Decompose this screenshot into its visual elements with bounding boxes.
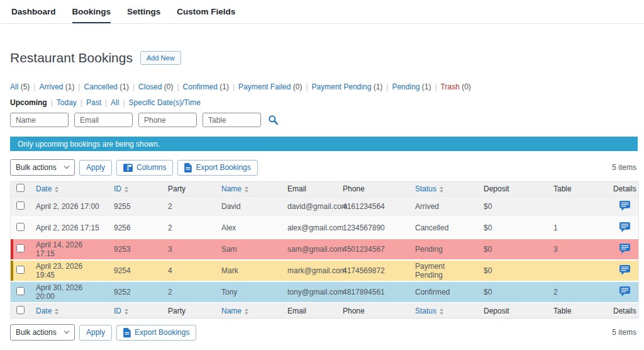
nav-tab-dashboard[interactable]: Dashboard (11, 7, 56, 23)
cell-details (607, 261, 638, 282)
select-all-checkbox[interactable] (16, 306, 25, 314)
booking-row: April 2, 2026 17:0092552Daviddavid@gmail… (11, 196, 638, 218)
table-footer: DateIDPartyNameEmailPhoneStatusDepositTa… (11, 303, 638, 319)
nav-tab-settings[interactable]: Settings (127, 7, 160, 23)
sort-desc-icon (245, 190, 248, 193)
status-filter-count: (0) (291, 82, 302, 91)
column-header-label: Party (168, 184, 186, 193)
status-filter-count: (0) (162, 82, 173, 91)
details-comment-icon[interactable] (619, 265, 630, 275)
status-filter-count: (1) (218, 82, 229, 91)
phone-filter-input[interactable] (138, 113, 197, 127)
name-filter-input[interactable] (10, 113, 69, 127)
row-select-checkbox[interactable] (16, 244, 25, 252)
column-header-date[interactable]: Date (30, 181, 108, 196)
table-filter-input[interactable] (203, 113, 261, 127)
status-filter-arrived[interactable]: Arrived (1) (39, 82, 74, 91)
select-all-checkbox[interactable] (16, 184, 25, 192)
status-filter-count: (1) (118, 82, 129, 91)
cell-id: 9254 (108, 261, 162, 282)
column-header-label: Date (36, 184, 52, 193)
sort-desc-icon (55, 190, 58, 193)
items-count-bottom: 5 items (612, 328, 638, 337)
column-header-label: Email (287, 184, 306, 193)
view-filter-specific-date-s-time[interactable]: Specific Date(s)/Time (129, 98, 201, 107)
columns-button[interactable]: Columns (116, 160, 173, 176)
bulk-actions-select-bottom[interactable]: Bulk actions (10, 324, 75, 341)
cell-phone: 4817894561 (336, 282, 409, 303)
apply-button-bottom[interactable]: Apply (79, 325, 112, 341)
sort-desc-icon (55, 312, 58, 315)
page-title: Restaurant Bookings (10, 50, 133, 65)
cell-name: Mark (215, 261, 281, 282)
status-filter-closed[interactable]: Closed (0) (138, 82, 173, 91)
column-header-id[interactable]: ID (108, 303, 162, 319)
nav-tab-custom-fields[interactable]: Custom Fields (177, 7, 235, 23)
details-comment-icon[interactable] (619, 286, 630, 296)
row-select-checkbox[interactable] (16, 266, 25, 274)
cell-details (607, 218, 638, 239)
separator: | (435, 82, 436, 91)
row-select-checkbox[interactable] (16, 287, 25, 295)
sort-arrows-icon (125, 308, 128, 315)
status-filter-count: (0) (460, 82, 471, 91)
column-header-name[interactable]: Name (215, 303, 281, 319)
column-header-label: ID (114, 307, 121, 315)
status-filter-confirmed[interactable]: Confirmed (1) (183, 82, 229, 91)
separator: | (78, 82, 80, 91)
status-filter-payment-failed[interactable]: Payment Failed (0) (238, 82, 302, 91)
column-header-party: Party (162, 303, 215, 319)
row-select-cell (11, 196, 30, 218)
notice-bar: Only upcoming bookings are being shown. (10, 137, 638, 151)
export-bookings-button-bottom[interactable]: Export Bookings (116, 325, 196, 341)
status-filter-trash[interactable]: Trash (0) (441, 82, 471, 91)
cell-email: tony@gmail.com (281, 282, 336, 303)
separator: | (51, 98, 53, 107)
view-filter-past[interactable]: Past (86, 98, 101, 107)
sort-asc-icon (440, 186, 443, 189)
cell-name: Sam (215, 239, 281, 261)
cell-phone: 4174569872 (336, 261, 409, 282)
status-filter-all[interactable]: All (5) (10, 82, 30, 91)
sort-arrows-icon (55, 308, 58, 315)
column-header-status[interactable]: Status (409, 303, 477, 319)
bulk-actions-select[interactable]: Bulk actions (10, 159, 75, 176)
details-comment-icon[interactable] (619, 222, 630, 232)
email-filter-input[interactable] (74, 113, 133, 127)
details-comment-icon[interactable] (619, 244, 630, 254)
table-body: April 2, 2026 17:0092552Daviddavid@gmail… (11, 196, 638, 303)
separator: | (80, 98, 82, 107)
cell-deposit: $0 (477, 196, 547, 218)
details-comment-icon[interactable] (619, 201, 630, 211)
cell-name: Tony (215, 282, 281, 303)
cell-status: Payment Pending (409, 261, 477, 282)
status-filter-payment-pending[interactable]: Payment Pending (1) (312, 82, 383, 91)
search-button[interactable] (267, 115, 280, 125)
column-header-label: Details (613, 184, 636, 193)
column-header-label: Table (553, 184, 572, 193)
view-filter-today[interactable]: Today (57, 98, 77, 107)
apply-button[interactable]: Apply (79, 160, 112, 176)
column-header-date[interactable]: Date (30, 303, 108, 319)
status-filter-cancelled[interactable]: Cancelled (1) (84, 82, 129, 91)
cell-email: alex@gmail.com (281, 218, 336, 239)
cell-deposit: $0 (477, 239, 547, 261)
status-filter-pending[interactable]: Pending (1) (392, 82, 431, 91)
status-filters: All (5)|Arrived (1)|Cancelled (1)|Closed… (10, 82, 638, 91)
notice-text: Only upcoming bookings are being shown. (18, 140, 160, 149)
export-bookings-button[interactable]: Export Bookings (177, 160, 257, 176)
view-filter-upcoming[interactable]: Upcoming (10, 98, 47, 107)
row-select-checkbox[interactable] (16, 201, 25, 210)
separator: | (33, 82, 35, 91)
cell-date: April 30, 2026 20:00 (30, 282, 108, 303)
nav-tab-bookings[interactable]: Bookings (72, 7, 111, 23)
export-button-label: Export Bookings (135, 328, 189, 337)
cell-email: mark@gmail.com (281, 261, 336, 282)
column-header-status[interactable]: Status (409, 181, 477, 196)
column-header-name[interactable]: Name (215, 181, 281, 196)
row-select-checkbox[interactable] (16, 223, 25, 231)
column-header-id[interactable]: ID (108, 181, 162, 196)
view-filter-all[interactable]: All (111, 98, 119, 107)
add-new-button[interactable]: Add New (140, 51, 181, 65)
column-header-label: Phone (343, 184, 365, 193)
